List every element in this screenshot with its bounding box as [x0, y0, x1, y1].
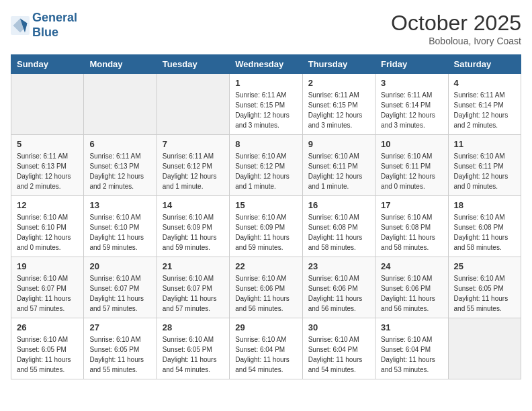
- day-info: Sunrise: 6:10 AM Sunset: 6:06 PM Dayligh…: [308, 273, 369, 314]
- calendar-day-cell: 4Sunrise: 6:11 AM Sunset: 6:14 PM Daylig…: [448, 74, 521, 135]
- calendar-day-cell: [157, 74, 229, 135]
- day-number: 25: [454, 261, 515, 271]
- calendar-day-cell: 27Sunrise: 6:10 AM Sunset: 6:05 PM Dayli…: [84, 318, 157, 379]
- weekday-header: Tuesday: [157, 55, 229, 74]
- day-number: 7: [163, 139, 224, 149]
- day-info: Sunrise: 6:11 AM Sunset: 6:13 PM Dayligh…: [17, 151, 78, 191]
- calendar-day-cell: 23Sunrise: 6:10 AM Sunset: 6:06 PM Dayli…: [302, 257, 375, 318]
- day-info: Sunrise: 6:10 AM Sunset: 6:09 PM Dayligh…: [235, 212, 296, 253]
- day-info: Sunrise: 6:11 AM Sunset: 6:13 PM Dayligh…: [89, 151, 150, 191]
- calendar-day-cell: [448, 318, 521, 379]
- day-info: Sunrise: 6:10 AM Sunset: 6:05 PM Dayligh…: [17, 334, 78, 375]
- day-info: Sunrise: 6:11 AM Sunset: 6:14 PM Dayligh…: [381, 90, 442, 130]
- weekday-header: Monday: [84, 55, 157, 74]
- day-number: 13: [89, 200, 150, 210]
- calendar-day-cell: 11Sunrise: 6:10 AM Sunset: 6:11 PM Dayli…: [448, 135, 521, 196]
- day-number: 20: [89, 261, 150, 271]
- day-info: Sunrise: 6:10 AM Sunset: 6:10 PM Dayligh…: [17, 212, 78, 253]
- calendar-day-cell: 20Sunrise: 6:10 AM Sunset: 6:07 PM Dayli…: [84, 257, 157, 318]
- day-number: 1: [235, 78, 296, 88]
- calendar-week-row: 1Sunrise: 6:11 AM Sunset: 6:15 PM Daylig…: [11, 74, 521, 135]
- calendar-day-cell: 19Sunrise: 6:10 AM Sunset: 6:07 PM Dayli…: [11, 257, 84, 318]
- day-number: 26: [17, 322, 78, 332]
- day-number: 23: [308, 261, 369, 271]
- day-info: Sunrise: 6:11 AM Sunset: 6:14 PM Dayligh…: [454, 90, 515, 130]
- weekday-header: Thursday: [302, 55, 375, 74]
- day-info: Sunrise: 6:10 AM Sunset: 6:09 PM Dayligh…: [163, 212, 224, 253]
- day-info: Sunrise: 6:10 AM Sunset: 6:11 PM Dayligh…: [381, 151, 442, 191]
- weekday-header: Sunday: [11, 55, 84, 74]
- day-info: Sunrise: 6:10 AM Sunset: 6:07 PM Dayligh…: [89, 273, 150, 314]
- day-number: 11: [454, 139, 515, 149]
- day-info: Sunrise: 6:10 AM Sunset: 6:04 PM Dayligh…: [235, 334, 296, 375]
- calendar-day-cell: 1Sunrise: 6:11 AM Sunset: 6:15 PM Daylig…: [230, 74, 302, 135]
- day-number: 6: [89, 139, 150, 149]
- day-number: 24: [381, 261, 442, 271]
- calendar-day-cell: 28Sunrise: 6:10 AM Sunset: 6:05 PM Dayli…: [157, 318, 229, 379]
- title-block: October 2025 Boboloua, Ivory Coast: [391, 11, 521, 46]
- day-info: Sunrise: 6:10 AM Sunset: 6:06 PM Dayligh…: [381, 273, 442, 314]
- calendar-day-cell: 3Sunrise: 6:11 AM Sunset: 6:14 PM Daylig…: [375, 74, 448, 135]
- day-info: Sunrise: 6:10 AM Sunset: 6:04 PM Dayligh…: [381, 334, 442, 375]
- calendar-day-cell: 21Sunrise: 6:10 AM Sunset: 6:07 PM Dayli…: [157, 257, 229, 318]
- day-number: 5: [17, 139, 78, 149]
- day-number: 4: [454, 78, 515, 88]
- weekday-header: Wednesday: [230, 55, 302, 74]
- day-number: 8: [235, 139, 296, 149]
- day-info: Sunrise: 6:10 AM Sunset: 6:05 PM Dayligh…: [89, 334, 150, 375]
- calendar-day-cell: 16Sunrise: 6:10 AM Sunset: 6:08 PM Dayli…: [302, 196, 375, 257]
- calendar-day-cell: 25Sunrise: 6:10 AM Sunset: 6:05 PM Dayli…: [448, 257, 521, 318]
- day-info: Sunrise: 6:10 AM Sunset: 6:07 PM Dayligh…: [163, 273, 224, 314]
- logo-blue: Blue: [32, 26, 58, 39]
- day-number: 21: [163, 261, 224, 271]
- day-number: 31: [381, 322, 442, 332]
- day-number: 18: [454, 200, 515, 210]
- calendar-week-row: 26Sunrise: 6:10 AM Sunset: 6:05 PM Dayli…: [11, 318, 521, 379]
- calendar-day-cell: 13Sunrise: 6:10 AM Sunset: 6:10 PM Dayli…: [84, 196, 157, 257]
- calendar-day-cell: 8Sunrise: 6:10 AM Sunset: 6:12 PM Daylig…: [230, 135, 302, 196]
- logo-icon: [11, 16, 30, 35]
- day-number: 30: [308, 322, 369, 332]
- day-number: 16: [308, 200, 369, 210]
- calendar-day-cell: 9Sunrise: 6:10 AM Sunset: 6:11 PM Daylig…: [302, 135, 375, 196]
- day-info: Sunrise: 6:10 AM Sunset: 6:11 PM Dayligh…: [308, 151, 369, 191]
- day-info: Sunrise: 6:10 AM Sunset: 6:06 PM Dayligh…: [235, 273, 296, 314]
- day-info: Sunrise: 6:10 AM Sunset: 6:08 PM Dayligh…: [381, 212, 442, 253]
- weekday-header: Friday: [375, 55, 448, 74]
- day-number: 22: [235, 261, 296, 271]
- day-info: Sunrise: 6:10 AM Sunset: 6:08 PM Dayligh…: [454, 212, 515, 253]
- calendar-day-cell: 17Sunrise: 6:10 AM Sunset: 6:08 PM Dayli…: [375, 196, 448, 257]
- month-title: October 2025: [391, 11, 521, 36]
- location-subtitle: Boboloua, Ivory Coast: [391, 36, 521, 46]
- day-number: 17: [381, 200, 442, 210]
- day-number: 14: [163, 200, 224, 210]
- calendar-week-row: 5Sunrise: 6:11 AM Sunset: 6:13 PM Daylig…: [11, 135, 521, 196]
- calendar-day-cell: 5Sunrise: 6:11 AM Sunset: 6:13 PM Daylig…: [11, 135, 84, 196]
- day-number: 9: [308, 139, 369, 149]
- calendar-day-cell: 14Sunrise: 6:10 AM Sunset: 6:09 PM Dayli…: [157, 196, 229, 257]
- logo-text: General Blue: [32, 11, 77, 40]
- calendar-day-cell: 15Sunrise: 6:10 AM Sunset: 6:09 PM Dayli…: [230, 196, 302, 257]
- day-info: Sunrise: 6:11 AM Sunset: 6:15 PM Dayligh…: [235, 90, 296, 130]
- calendar-day-cell: 29Sunrise: 6:10 AM Sunset: 6:04 PM Dayli…: [230, 318, 302, 379]
- day-number: 12: [17, 200, 78, 210]
- day-number: 28: [163, 322, 224, 332]
- day-info: Sunrise: 6:10 AM Sunset: 6:05 PM Dayligh…: [454, 273, 515, 314]
- day-number: 2: [308, 78, 369, 88]
- calendar-day-cell: [84, 74, 157, 135]
- day-info: Sunrise: 6:10 AM Sunset: 6:04 PM Dayligh…: [308, 334, 369, 375]
- calendar-day-cell: 24Sunrise: 6:10 AM Sunset: 6:06 PM Dayli…: [375, 257, 448, 318]
- day-number: 15: [235, 200, 296, 210]
- calendar-day-cell: 12Sunrise: 6:10 AM Sunset: 6:10 PM Dayli…: [11, 196, 84, 257]
- day-info: Sunrise: 6:10 AM Sunset: 6:11 PM Dayligh…: [454, 151, 515, 191]
- day-info: Sunrise: 6:10 AM Sunset: 6:05 PM Dayligh…: [163, 334, 224, 375]
- calendar-day-cell: 7Sunrise: 6:11 AM Sunset: 6:12 PM Daylig…: [157, 135, 229, 196]
- calendar-day-cell: 6Sunrise: 6:11 AM Sunset: 6:13 PM Daylig…: [84, 135, 157, 196]
- day-info: Sunrise: 6:11 AM Sunset: 6:15 PM Dayligh…: [308, 90, 369, 130]
- calendar-day-cell: 10Sunrise: 6:10 AM Sunset: 6:11 PM Dayli…: [375, 135, 448, 196]
- weekday-header: Saturday: [448, 55, 521, 74]
- day-number: 29: [235, 322, 296, 332]
- calendar-day-cell: 30Sunrise: 6:10 AM Sunset: 6:04 PM Dayli…: [302, 318, 375, 379]
- calendar-header-row: SundayMondayTuesdayWednesdayThursdayFrid…: [11, 55, 521, 74]
- day-info: Sunrise: 6:10 AM Sunset: 6:08 PM Dayligh…: [308, 212, 369, 253]
